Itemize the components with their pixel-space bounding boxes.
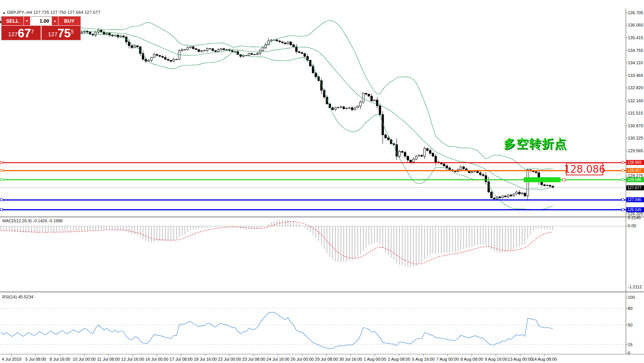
time-axis-label[interactable]: 2 Aug 08:00 (388, 357, 411, 361)
time-axis-label[interactable]: 10 Jul 00:00 (73, 357, 96, 361)
time-axis-label[interactable]: 30 Jul 16:00 (339, 357, 362, 361)
price-axis-label[interactable]: 135.415 (628, 35, 643, 40)
price-axis-label[interactable]: 136.705 (628, 10, 643, 15)
time-axis-label[interactable]: 7 Aug 00:00 (436, 357, 459, 361)
time-axis-label[interactable]: 12 Jul 16:00 (121, 357, 144, 361)
rsi-axis-label[interactable]: 80 (628, 306, 632, 311)
price-axis-label[interactable]: 132.820 (628, 85, 643, 90)
price-axis-label[interactable]: 134.755 (628, 48, 643, 53)
time-axis-label[interactable]: 9 Aug 16:00 (485, 357, 508, 361)
quote-text: GBPJPY-,H4 127.725 127.750 127.664 127.6… (7, 10, 100, 15)
price-axis-label[interactable]: 131.515 (628, 111, 643, 115)
time-axis-label[interactable]: 13 Aug 00:00 (508, 357, 533, 361)
buy-price-prefix: 127 (48, 29, 58, 39)
sell-price-pip: 7 (31, 24, 34, 39)
sell-price-main: 67 (18, 27, 31, 39)
time-axis-label[interactable]: 18 Jul 16:00 (194, 357, 217, 361)
price-axis-label[interactable]: 130.225 (628, 136, 643, 140)
price-line-tag: 128.086 (626, 177, 644, 182)
buy-price-main: 75 (58, 27, 71, 39)
macd-axis-label[interactable]: 0.2145 (628, 215, 641, 220)
rsi-axis-label[interactable]: 15 (628, 342, 632, 347)
volume-increase-button[interactable]: ▲ (52, 17, 58, 25)
buy-price-pip: 5 (71, 24, 74, 39)
rsi-axis-label[interactable]: 100 (628, 295, 635, 300)
time-axis-label[interactable]: 23 Jul 08:00 (242, 357, 265, 361)
rsi-axis-label[interactable]: 50 (628, 323, 632, 327)
time-axis-label[interactable]: 29 Jul 08:00 (315, 357, 338, 361)
price-axis-label[interactable]: 133.465 (628, 73, 643, 78)
volume-decrease-button[interactable]: ▼ (24, 17, 30, 25)
time-axis-label[interactable]: 17 Jul 08:00 (170, 357, 193, 361)
sell-price-prefix: 127 (8, 29, 18, 39)
quote-line: ▲GBPJPY-,H4 127.725 127.750 127.664 127.… (2, 10, 100, 15)
rsi-label: RSI(14) 45.5234 (2, 295, 33, 299)
price-axis-label[interactable]: 130.870 (628, 123, 643, 128)
price-line-tag: 128.969 (626, 160, 644, 165)
price-line-tag: 128.557 (626, 168, 644, 173)
time-axis-label[interactable]: 5 Aug 16:00 (412, 357, 435, 361)
time-axis-label[interactable]: 16 Jul 00:00 (145, 357, 168, 361)
sell-button[interactable]: SELL (2, 17, 24, 25)
time-axis-label[interactable]: 5 Jul 08:00 (25, 357, 46, 361)
price-axis-label[interactable]: 132.160 (628, 98, 643, 103)
time-axis-label[interactable]: 8 Aug 08:00 (461, 357, 483, 361)
price-axis-label[interactable]: 136.060 (628, 23, 643, 27)
sell-price-button[interactable]: 127677 (2, 26, 41, 40)
price-axis-label[interactable]: 129.565 (628, 148, 643, 153)
mt4-window: 新订单 自动交易 (0, 0, 644, 363)
price-callout-label[interactable]: 128.086 (566, 163, 603, 175)
macd-axis-label[interactable]: -1.2112 (628, 285, 642, 289)
price-line-tag: 126.535 (626, 207, 644, 212)
chart-annotation-text[interactable]: 多空转折点 (504, 136, 567, 152)
one-click-toggle[interactable]: ▲ (2, 11, 6, 15)
time-axis-label[interactable]: 1 Aug 00:00 (364, 357, 386, 361)
rsi-axis-label[interactable]: 0 (628, 351, 630, 355)
time-axis-label[interactable]: 24 Jul 16:00 (266, 357, 290, 361)
price-axis-label[interactable]: 134.110 (628, 60, 643, 65)
time-axis-label[interactable]: 4 Jul 2019 (2, 357, 22, 361)
time-axis-label[interactable]: 11 Jul 08:00 (97, 357, 120, 361)
chart-canvas[interactable] (0, 0, 644, 363)
price-line-tag: 127.045 (626, 197, 644, 202)
buy-price-button[interactable]: 127755 (42, 26, 81, 40)
buy-button[interactable]: BUY (58, 17, 80, 25)
current-price-tag: 127.677 (626, 185, 644, 190)
time-axis-label[interactable]: 8 Jul 16:00 (50, 357, 70, 361)
time-axis-label[interactable]: 22 Jul 00:00 (218, 357, 241, 361)
macd-label: MACD(12,26,9) -0.1426 -0.1986 (2, 218, 63, 223)
macd-axis-label[interactable]: 0.00 (628, 223, 636, 228)
time-axis-label[interactable]: 14 Aug 08:00 (532, 357, 557, 361)
one-click-trade-panel: SELL ▼ 1.00 ▲ BUY 127677 127755 (1, 16, 81, 40)
time-axis-label[interactable]: 26 Jul 00:00 (291, 357, 314, 361)
